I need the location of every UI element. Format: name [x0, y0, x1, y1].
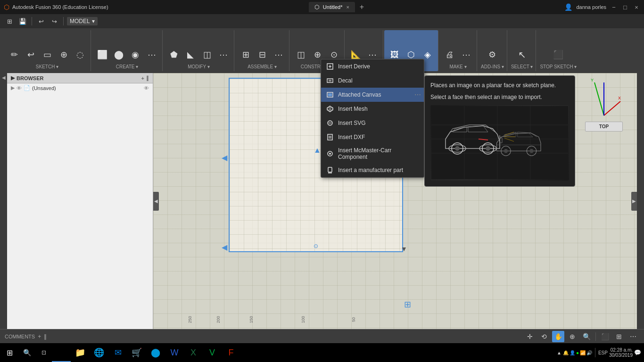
make-more-btn[interactable]: ⋯ — [459, 47, 474, 62]
modify-more-btn[interactable]: ⋯ — [216, 47, 231, 62]
nav-zoom-fit-btn[interactable]: ⊕ — [566, 331, 578, 342]
assemble-label: ASSEMBLE ▾ — [248, 63, 277, 69]
taskbar-app-edge[interactable]: 🌐 — [90, 343, 108, 362]
taskbar-clock: 02:28 a.m. 30/03/2019 — [609, 347, 633, 358]
comments-collapse-btn[interactable]: ‖ — [44, 333, 47, 340]
left-sidebar: ◀ — [0, 73, 7, 329]
close-button[interactable]: × — [633, 3, 640, 11]
viewcube[interactable]: Y X TOP — [585, 78, 623, 132]
nav-hand-btn[interactable]: ✋ — [552, 331, 564, 342]
right-panel-toggle[interactable]: ▶ — [631, 192, 637, 211]
redo-btn[interactable]: ↪ — [49, 16, 60, 26]
right-bottom-arrow: ▼ — [401, 245, 407, 253]
taskbar-app-vpn[interactable]: V — [203, 343, 222, 362]
create-sphere-btn[interactable]: ◉ — [128, 47, 143, 62]
browser-panel: ▶ BROWSER + ‖ ▶ 👁 📄 (Unsaved) 👁 — [7, 73, 153, 329]
addins-btn[interactable]: ⚙ — [485, 47, 500, 62]
menu-item-insert-svg[interactable]: Insert SVG — [321, 116, 424, 130]
modify-fillet-btn[interactable]: ◣ — [183, 47, 198, 62]
sketch-finish-btn[interactable]: ↩ — [23, 47, 38, 62]
modify-icons: ⬟ ◣ ◫ ⋯ — [166, 47, 231, 62]
nav-pan-btn[interactable]: ✛ — [524, 331, 536, 342]
grid-display-btn[interactable]: ⊞ — [613, 331, 625, 342]
taskbar-app-foxit[interactable]: F — [222, 343, 240, 362]
taskbar-app-word[interactable]: W — [165, 343, 184, 362]
assemble-more-btn[interactable]: ⋯ — [271, 47, 286, 62]
stopsketch-label: STOP SKETCH ▾ — [540, 63, 577, 69]
modify-press-btn[interactable]: ⬟ — [166, 47, 182, 62]
notification-center-icon[interactable]: 💬 — [634, 349, 641, 356]
menu-item-insert-derive[interactable]: Insert Derive — [321, 59, 424, 74]
nav-orbit-btn[interactable]: ⟲ — [538, 331, 550, 342]
taskbar-app-hp[interactable]: ⬤ — [146, 343, 165, 362]
notification-icon: 🔔 — [563, 350, 569, 355]
task-view-button[interactable]: ⊡ — [35, 343, 52, 362]
comments-section: COMMENTS + ‖ — [5, 333, 47, 340]
toolbar-group-make: 🖨 ⋯ MAKE ▾ — [439, 30, 477, 71]
search-button[interactable]: 🔍 — [19, 343, 35, 362]
browser-item-unsaved[interactable]: ▶ 👁 📄 (Unsaved) 👁 — [7, 83, 153, 92]
tab-close-icon[interactable]: × — [346, 4, 349, 10]
attached-canvas-more-icon[interactable]: ⋯ — [414, 91, 421, 99]
explorer-icon: 📁 — [75, 347, 85, 358]
browser-add-btn[interactable]: + — [141, 75, 144, 81]
menu-item-attached-canvas[interactable]: Attached Canvas ⋯ — [321, 88, 424, 102]
taskbar-app-outlook[interactable]: ✉ — [108, 343, 127, 362]
taskbar-app-explorer[interactable]: 📁 — [71, 343, 90, 362]
expand-icon: ▶ — [11, 85, 15, 91]
construct-plane-btn[interactable]: ◫ — [293, 47, 308, 62]
viewcube-top[interactable]: TOP — [585, 122, 623, 132]
cyl-icon: ⬤ — [114, 49, 124, 60]
svg-rect-11 — [328, 93, 332, 96]
model-selector[interactable]: MODEL ▾ — [67, 17, 98, 25]
browser-expand-icon[interactable]: ▶ — [11, 75, 15, 81]
select-btn[interactable]: ↖ — [514, 47, 529, 62]
svg-rect-23 — [328, 167, 332, 172]
undo-btn[interactable]: ↩ — [35, 16, 47, 26]
taskbar-app-fusion[interactable]: ⬡ — [52, 343, 71, 362]
browser-collapse-btn[interactable]: ‖ — [146, 75, 149, 81]
comments-add-btn[interactable]: + — [38, 333, 41, 340]
title-bar-right: 👤 danna porles − □ × — [564, 3, 640, 11]
create-cyl-btn[interactable]: ⬤ — [111, 47, 126, 62]
assemble-joint-btn[interactable]: ⊟ — [255, 47, 270, 62]
insert-mcmaster-label: Insert McMaster-Carr Component — [338, 147, 419, 160]
left-panel-toggle[interactable]: ◀ — [153, 192, 159, 211]
grid-btn[interactable]: ⊞ — [4, 16, 15, 26]
toolbar-group-select: ↖ SELECT ▾ — [508, 30, 537, 71]
sketch-rect-btn[interactable]: ▭ — [40, 47, 55, 62]
make-3d-btn[interactable]: 🖨 — [442, 47, 457, 62]
grid-label-100: 100 — [301, 316, 305, 323]
taskbar-app-excel[interactable]: X — [184, 343, 203, 362]
create-box-btn[interactable]: ⬜ — [95, 47, 110, 62]
up-arrow-icon[interactable]: ▲ — [557, 350, 561, 355]
start-button[interactable]: ⊞ — [0, 343, 19, 362]
create-more-btn[interactable]: ⋯ — [144, 47, 159, 62]
sidebar-toggle-icon[interactable]: ◀ — [2, 75, 6, 80]
taskbar: ⊞ 🔍 ⊡ ⬡ 📁 🌐 ✉ 🛒 ⬤ W X V F ▲ 🔔 👤 — [0, 343, 644, 362]
minimize-button[interactable]: − — [610, 3, 618, 11]
insert-mesh-label: Insert Mesh — [338, 106, 368, 112]
taskbar-app-store[interactable]: 🛒 — [127, 343, 146, 362]
menu-item-insert-mesh[interactable]: Insert Mesh — [321, 102, 424, 116]
menu-item-insert-manufacturer[interactable]: Insert a manufacturer part — [321, 163, 424, 177]
sketch-dim-btn[interactable]: ◌ — [73, 47, 88, 62]
sketch-proj-btn[interactable]: ⊕ — [56, 47, 71, 62]
more-icon: ⋯ — [148, 49, 156, 60]
save-btn[interactable]: 💾 — [17, 16, 28, 26]
tab-title[interactable]: ⬡ Untitled* × — [309, 2, 355, 12]
menu-item-insert-dxf[interactable]: Insert DXF — [321, 130, 424, 144]
menu-item-decal[interactable]: Decal — [321, 74, 424, 88]
more-display-btn[interactable]: ⋯ — [627, 331, 639, 342]
sketch-new-btn[interactable]: ✏ — [7, 47, 22, 62]
menu-item-insert-mcmaster[interactable]: Insert McMaster-Carr Component — [321, 144, 424, 163]
assemble-new-btn[interactable]: ⊞ — [238, 47, 253, 62]
maximize-button[interactable]: □ — [621, 3, 629, 11]
select-icons: ↖ — [514, 47, 529, 62]
new-tab-btn[interactable]: + — [360, 3, 364, 11]
modify-shell-btn[interactable]: ◫ — [199, 47, 215, 62]
edge-icon: 🌐 — [94, 347, 104, 358]
stopsketch-btn[interactable]: ⬛ — [551, 47, 566, 62]
nav-zoom-btn[interactable]: 🔍 — [580, 331, 593, 342]
display-mode-btn[interactable]: ⬛ — [599, 331, 611, 342]
